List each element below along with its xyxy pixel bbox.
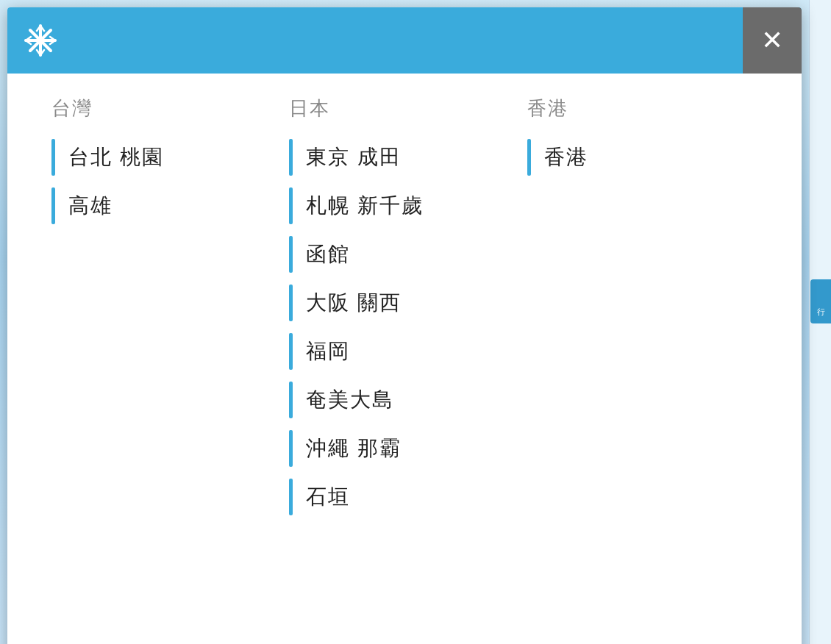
city-name-label: 台北 桃園 xyxy=(68,143,164,171)
list-item[interactable]: 香港 xyxy=(527,139,743,176)
city-name-label: 東京 成田 xyxy=(306,143,402,171)
city-bar-accent xyxy=(289,236,293,273)
list-item[interactable]: 石垣 xyxy=(289,479,504,515)
list-item[interactable]: 台北 桃園 xyxy=(51,139,267,176)
city-bar-accent xyxy=(289,479,293,515)
list-item[interactable]: 函館 xyxy=(289,236,504,273)
city-name-label: 札幌 新千歲 xyxy=(306,192,424,220)
close-button[interactable]: ✕ xyxy=(743,7,802,74)
city-bar-accent xyxy=(51,187,55,224)
svg-point-4 xyxy=(38,37,43,43)
region-column-japan: 日本東京 成田札幌 新千歲函館大阪 關西福岡奄美大島沖繩 那霸石垣 xyxy=(289,96,527,618)
brand-logo xyxy=(22,22,59,59)
city-list-japan: 東京 成田札幌 新千歲函館大阪 關西福岡奄美大島沖繩 那霸石垣 xyxy=(289,139,504,515)
city-list-taiwan: 台北 桃園高雄 xyxy=(51,139,267,224)
list-item[interactable]: 沖繩 那霸 xyxy=(289,430,504,467)
city-name-label: 大阪 關西 xyxy=(306,289,402,317)
city-bar-accent xyxy=(289,187,293,224)
city-bar-accent xyxy=(289,333,293,370)
city-bar-accent xyxy=(289,430,293,467)
list-item[interactable]: 奄美大島 xyxy=(289,382,504,418)
city-list-hongkong: 香港 xyxy=(527,139,743,176)
modal-body: 台灣台北 桃園高雄日本東京 成田札幌 新千歲函館大阪 關西福岡奄美大島沖繩 那霸… xyxy=(7,74,802,644)
list-item[interactable]: 高雄 xyxy=(51,187,267,224)
region-header-taiwan: 台灣 xyxy=(51,96,267,121)
city-name-label: 石垣 xyxy=(306,483,350,511)
city-name-label: 高雄 xyxy=(68,192,113,220)
city-bar-accent xyxy=(289,139,293,176)
destination-modal: ✕ 台灣台北 桃園高雄日本東京 成田札幌 新千歲函館大阪 關西福岡奄美大島沖繩 … xyxy=(7,7,802,644)
region-column-hongkong: 香港香港 xyxy=(527,96,765,618)
city-name-label: 沖繩 那霸 xyxy=(306,434,402,462)
list-item[interactable]: 福岡 xyxy=(289,333,504,370)
region-column-taiwan: 台灣台北 桃園高雄 xyxy=(51,96,289,618)
list-item[interactable]: 札幌 新千歲 xyxy=(289,187,504,224)
region-header-hongkong: 香港 xyxy=(527,96,743,121)
city-bar-accent xyxy=(289,382,293,418)
city-bar-accent xyxy=(289,285,293,321)
region-header-japan: 日本 xyxy=(289,96,504,121)
close-icon: ✕ xyxy=(761,27,783,54)
modal-header: ✕ xyxy=(7,7,802,74)
list-item[interactable]: 大阪 關西 xyxy=(289,285,504,321)
city-name-label: 奄美大島 xyxy=(306,386,394,414)
city-bar-accent xyxy=(527,139,531,176)
sidebar-button[interactable]: 行 xyxy=(810,279,831,323)
city-name-label: 函館 xyxy=(306,240,350,268)
list-item[interactable]: 東京 成田 xyxy=(289,139,504,176)
city-name-label: 福岡 xyxy=(306,337,350,365)
city-bar-accent xyxy=(51,139,55,176)
city-name-label: 香港 xyxy=(544,143,588,171)
